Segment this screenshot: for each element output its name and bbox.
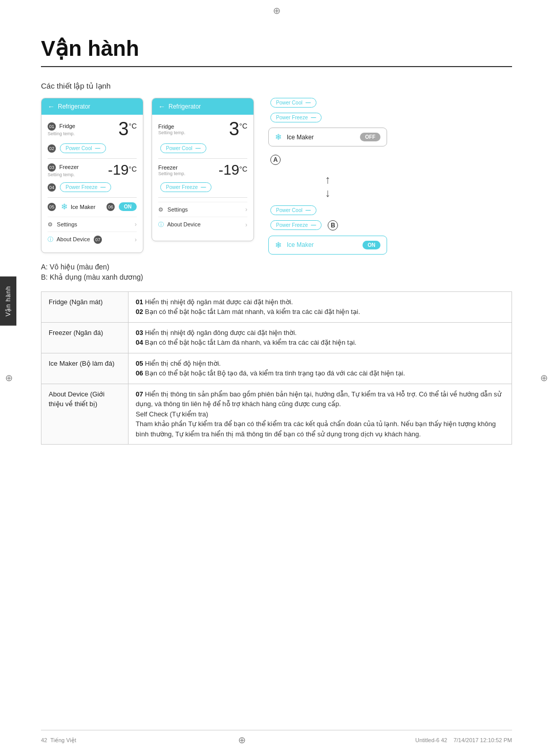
panel3-icemaker-b-label: Ice Maker bbox=[287, 241, 314, 248]
screen1-header: ← Refrigerator bbox=[41, 98, 143, 115]
snowflake-icon: ❄ bbox=[61, 202, 68, 212]
chevron-icon: › bbox=[135, 221, 137, 228]
num-07-table: 07 bbox=[136, 390, 143, 398]
table-desc-freezer: 03 Hiển thị nhiệt độ ngăn đông được cài … bbox=[129, 322, 512, 353]
back-arrow-icon2[interactable]: ← bbox=[158, 102, 165, 111]
num-06-table: 06 bbox=[136, 369, 143, 377]
page-title: Vận hành bbox=[41, 36, 512, 67]
screen1-powercool-btn[interactable]: Power Cool — bbox=[60, 143, 106, 153]
table-desc-icemaker: 05 Hiển thị chế độ hiện thời. 06 Bạn có … bbox=[129, 353, 512, 384]
panel3-powercool-b-btn[interactable]: Power Cool — bbox=[270, 205, 316, 215]
screen2-powercool-btn[interactable]: Power Cool — bbox=[160, 143, 206, 153]
screen1-fridge-unit: °C bbox=[129, 122, 137, 130]
panel3-icemaker-a: ❄ Ice Maker OFF bbox=[268, 128, 387, 146]
screen1-body: 01 Fridge Setting temp. 3 °C 02 Power Co… bbox=[41, 115, 143, 253]
screen2-title: Refrigerator bbox=[168, 103, 201, 110]
screen1-fridge-label: 01 Fridge Setting temp. bbox=[48, 122, 118, 136]
reg-mark-right: ⊕ bbox=[540, 372, 548, 384]
screen2-about-nav[interactable]: ⓘ About Device › bbox=[158, 217, 247, 232]
panel3-powerfreeze-btn[interactable]: Power Freeze — bbox=[270, 113, 322, 122]
screen2-header: ← Refrigerator bbox=[152, 98, 253, 115]
legend: A: Vô hiệu (màu đen) B: Khả dụng (màu xa… bbox=[41, 263, 512, 281]
footer-file-date: Untitled-6 42 7/14/2017 12:10:52 PM bbox=[415, 737, 512, 743]
screen2-about-label: About Device bbox=[167, 221, 200, 227]
reg-mark-top: ⊕ bbox=[273, 5, 281, 16]
screen2-fridge-label: Fridge Setting temp. bbox=[158, 123, 229, 135]
snowflake-icon2: ❄ bbox=[275, 132, 282, 142]
screen2-freezer-row: Freezer Setting temp. -19 °C bbox=[158, 163, 247, 177]
info-icon: ⓘ bbox=[48, 236, 53, 242]
screen1-about-nav[interactable]: ⓘ About Device 07 › bbox=[48, 232, 137, 247]
screen2-fridge-unit: °C bbox=[239, 122, 247, 130]
arrows-section: ↑ ↓ bbox=[268, 173, 387, 200]
arrow-up-icon: ↑ bbox=[325, 173, 331, 186]
screen1-settings-label: Settings bbox=[57, 221, 77, 227]
label-a-container: A bbox=[268, 155, 387, 165]
num-06: 06 bbox=[107, 203, 115, 211]
num-02: 02 bbox=[48, 144, 56, 153]
table-cat-icemaker: Ice Maker (Bộ làm đá) bbox=[41, 353, 129, 384]
screen1-icemaker-toggle[interactable]: ON bbox=[119, 202, 137, 211]
table-desc-about: 07 Hiển thị thông tin sản phẩm bao gồm p… bbox=[129, 384, 512, 445]
num-05-table: 05 bbox=[136, 360, 143, 367]
screen2-freezer-label: Freezer Setting temp. bbox=[158, 164, 219, 176]
snowflake-icon3: ❄ bbox=[275, 240, 282, 250]
screen2-fridge-temp: 3 bbox=[229, 120, 239, 138]
screen1-freezer-unit: °C bbox=[129, 165, 137, 173]
table-cat-fridge: Fridge (Ngăn mát) bbox=[41, 291, 129, 322]
screen1-settings-nav[interactable]: ⚙ Settings › bbox=[48, 217, 137, 232]
panel3-icemaker-b-toggle[interactable]: ON bbox=[363, 241, 380, 249]
num-05: 05 bbox=[48, 203, 56, 211]
chevron-icon3: › bbox=[245, 206, 247, 213]
gear-icon: ⚙ bbox=[48, 221, 53, 227]
screen1-title: Refrigerator bbox=[58, 103, 90, 110]
num-04-table: 04 bbox=[136, 339, 143, 346]
chevron-icon2: › bbox=[135, 236, 137, 243]
screen1-powerfreeze-btn[interactable]: Power Freeze — bbox=[60, 182, 111, 192]
section-subtitle: Các thiết lập tủ lạnh bbox=[41, 81, 512, 91]
self-check-label: Self Check (Tự kiểm tra) bbox=[136, 410, 208, 418]
num-03: 03 bbox=[48, 163, 56, 172]
panel3-powercool-btn[interactable]: Power Cool — bbox=[270, 98, 316, 108]
table-row-icemaker: Ice Maker (Bộ làm đá) 05 Hiển thị chế độ… bbox=[41, 353, 512, 384]
label-b: B bbox=[328, 220, 338, 230]
screen2-settings-label: Settings bbox=[167, 206, 188, 213]
legend-b: B: Khả dụng (màu xanh dương) bbox=[41, 273, 512, 281]
up-down-arrows: ↑ ↓ bbox=[325, 173, 331, 200]
screen1-fridge-temp: 3 bbox=[118, 120, 129, 138]
screen2: ← Refrigerator Fridge Setting temp. 3 °C bbox=[152, 98, 254, 241]
legend-a: A: Vô hiệu (màu đen) bbox=[41, 263, 512, 271]
screen2-freezer-unit: °C bbox=[239, 165, 247, 173]
screen2-fridge-row: Fridge Setting temp. 3 °C bbox=[158, 120, 247, 138]
screenshots-area: ← Refrigerator 01 Fridge Setting temp. 3 bbox=[41, 98, 512, 257]
info-icon2: ⓘ bbox=[158, 221, 164, 227]
arrow-down-icon: ↓ bbox=[325, 186, 331, 200]
table-row-fridge: Fridge (Ngăn mát) 01 Hiển thị nhiệt độ n… bbox=[41, 291, 512, 322]
num-03-table: 03 bbox=[136, 329, 143, 337]
screen1-freezer-label: 03 Freezer Setting temp. bbox=[48, 163, 108, 177]
label-a: A bbox=[270, 155, 281, 165]
screen2-settings-nav[interactable]: ⚙ Settings › bbox=[158, 202, 247, 217]
table-desc-fridge: 01 Hiển thị nhiệt độ ngăn mát được cài đ… bbox=[129, 291, 512, 322]
sidebar-label: Vận hành bbox=[0, 277, 16, 326]
table-row-about: About Device (Giới thiệu về thiết bị) 07… bbox=[41, 384, 512, 445]
screen2-powerfreeze-row: Power Freeze — bbox=[158, 182, 247, 192]
num-01-table: 01 bbox=[136, 298, 143, 306]
page-container: ⊕ ⊕ ⊕ Vận hành Vận hành Các thiết lập tủ… bbox=[0, 0, 553, 756]
panel3-powerfreeze-b-btn[interactable]: Power Freeze — bbox=[270, 220, 322, 230]
screen1-icemaker-label: Ice Maker bbox=[71, 204, 95, 210]
screen2-powercool-row: Power Cool — bbox=[158, 143, 247, 153]
back-arrow-icon[interactable]: ← bbox=[48, 102, 55, 111]
panel3-icemaker-b: ❄ Ice Maker ON bbox=[268, 236, 387, 255]
screen1-freezer-temp: -19 bbox=[108, 163, 129, 177]
footer-page: 42 Tiếng Việt bbox=[41, 737, 76, 744]
info-table: Fridge (Ngăn mát) 01 Hiển thị nhiệt độ n… bbox=[41, 291, 512, 445]
screen1-fridge-row: 01 Fridge Setting temp. 3 °C bbox=[48, 120, 137, 138]
panel3-icemaker-a-toggle[interactable]: OFF bbox=[360, 133, 380, 141]
table-row-freezer: Freezer (Ngăn đá) 03 Hiển thị nhiệt độ n… bbox=[41, 322, 512, 353]
screen2-powerfreeze-btn[interactable]: Power Freeze — bbox=[160, 182, 211, 192]
num-04: 04 bbox=[48, 183, 56, 192]
panel3-powercool-row: Power Cool — bbox=[268, 98, 387, 108]
screen2-body: Fridge Setting temp. 3 °C Power Cool — bbox=[152, 115, 253, 237]
panel3: Power Cool — Power Freeze — ❄ Ice Maker … bbox=[254, 98, 387, 257]
